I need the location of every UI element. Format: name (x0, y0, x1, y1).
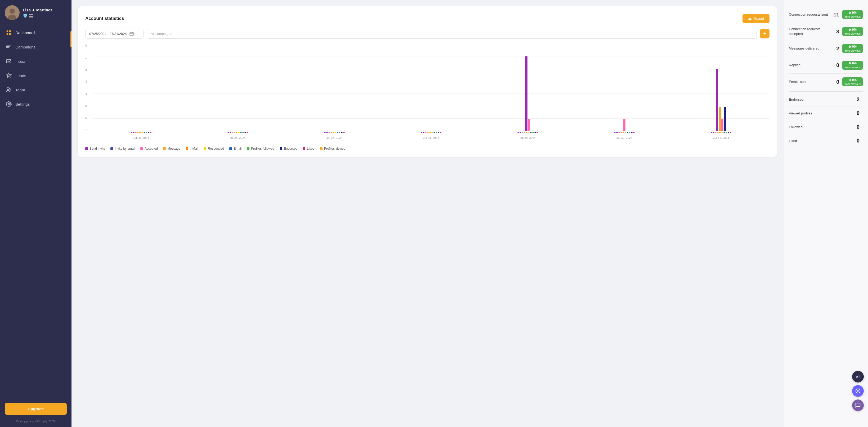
sidebar-item-settings[interactable]: Settings (0, 97, 71, 111)
sidebar-nav: Dashboard Campaigns Inbox Leads Team Set… (0, 25, 71, 111)
statistics-card: Account statistics Export 07/25/2024 - 0… (78, 6, 777, 157)
upgrade-button[interactable]: Upgrade (5, 403, 67, 415)
translate-fab[interactable]: AZ (852, 371, 864, 383)
filters-row: 07/25/2024 - 07/31/2024 All campaigns + (85, 29, 770, 39)
svg-point-14 (8, 103, 9, 105)
svg-rect-3 (29, 14, 31, 16)
support-fab[interactable] (852, 385, 864, 397)
translate-icon: AZ (855, 374, 861, 379)
chat-fab[interactable] (852, 399, 864, 411)
sidebar: Lisa J. Martinez Dashboard Campaigns Inb… (0, 0, 71, 427)
card-header: Account statistics Export (85, 14, 770, 23)
chart-bars (93, 44, 770, 131)
stat-value-viewed-profiles: 0 (853, 110, 860, 116)
stat-liked: Liked 0 (789, 134, 863, 148)
legend-liked: Liked (303, 147, 315, 150)
team-icon (6, 87, 12, 93)
sidebar-label-campaigns: Campaigns (16, 45, 35, 49)
profile-name: Lisa J. Martinez (23, 8, 53, 12)
y-axis-labels: 7 6 5 4 3 2 1 0 (85, 44, 92, 131)
chart-section: Account statistics Export 07/25/2024 - 0… (71, 0, 783, 427)
day-bar-jul26 (189, 44, 286, 131)
avatar (5, 5, 20, 20)
legend-profiles-followed: Profiles followed (247, 147, 274, 150)
date-range-value: 07/25/2024 - 07/31/2024 (89, 32, 127, 36)
legend-invite-by-email: Invite by email (111, 147, 135, 150)
x-axis-labels: Jul 25, 2024 Jul 26, 2024 Jul 27, 2024 J… (93, 136, 770, 139)
sidebar-label-dashboard: Dashboard (16, 30, 35, 35)
stat-label-emails-sent: Emails sent (789, 80, 830, 84)
stat-value-emails-sent: 0 (833, 79, 839, 85)
legend-endorsed: Endorsed (280, 147, 298, 150)
day-bar-jul28 (383, 44, 479, 131)
sidebar-item-team[interactable]: Team (0, 83, 71, 97)
campaigns-icon (6, 44, 12, 50)
calendar-icon (129, 32, 134, 36)
stat-value-endorsed: 2 (853, 96, 860, 102)
sidebar-item-campaigns[interactable]: Campaigns (0, 40, 71, 54)
svg-rect-9 (7, 33, 8, 35)
svg-rect-10 (9, 33, 11, 35)
legend-message: Message (163, 147, 180, 150)
stat-label-messages-delivered: Messages delivered (789, 46, 830, 51)
sidebar-item-dashboard[interactable]: Dashboard (0, 25, 71, 40)
stats-sidebar: Connection requests sent 11 ⊕ 0% from pr… (783, 0, 868, 427)
stat-badge-connection-accepted: ⊕ 0% from previous (842, 27, 863, 36)
legend-responded: Responded (204, 147, 224, 150)
sidebar-label-leads: Leads (16, 73, 26, 78)
stat-connection-requests-accepted: Connection requests accepted 3 ⊕ 0% from… (789, 23, 863, 40)
chat-icon (855, 402, 861, 408)
sidebar-label-team: Team (16, 88, 25, 92)
stat-connection-requests-sent: Connection requests sent 11 ⊕ 0% from pr… (789, 6, 863, 23)
export-icon (748, 17, 752, 21)
stat-label-followed: Followed (789, 125, 850, 129)
stat-label-replied: Replied (789, 63, 830, 67)
stat-value-connection-accepted: 3 (833, 29, 839, 35)
legend-inmail: InMail (186, 147, 198, 150)
card-title: Account statistics (85, 16, 124, 21)
svg-rect-5 (29, 16, 31, 18)
stat-followed: Followed 0 (789, 120, 863, 134)
stat-emails-sent: Emails sent 0 ⊕ 0% from previous (789, 74, 863, 90)
stat-value-replied: 0 (833, 62, 839, 68)
stat-value-messages-delivered: 2 (833, 45, 839, 52)
sidebar-item-leads[interactable]: Leads (0, 68, 71, 83)
fab-container: AZ (852, 371, 864, 411)
campaign-filter[interactable]: All campaigns (147, 29, 757, 39)
sidebar-label-inbox: Inbox (16, 59, 25, 64)
svg-rect-7 (7, 30, 8, 32)
day-bar-jul25 (93, 44, 189, 131)
stat-badge-replied: ⊕ 0% from previous (842, 61, 863, 70)
dashboard-icon (6, 30, 12, 35)
support-icon (855, 388, 861, 394)
stat-value-liked: 0 (853, 138, 860, 144)
stat-label-endorsed: Endorsed (789, 97, 850, 102)
day-bar-jul30 (576, 44, 673, 131)
inbox-icon (6, 58, 12, 64)
svg-point-19 (857, 390, 859, 392)
stat-label-viewed-profiles: Viewed profiles (789, 111, 850, 116)
date-range-picker[interactable]: 07/25/2024 - 07/31/2024 (85, 29, 144, 39)
stat-value-connection-sent: 11 (833, 12, 839, 18)
export-button[interactable]: Export (743, 14, 770, 23)
legend-accepted: Accepted (140, 147, 158, 150)
sidebar-item-inbox[interactable]: Inbox (0, 54, 71, 68)
shield-icon (23, 13, 28, 18)
stats-divider (789, 91, 863, 92)
add-campaign-button[interactable]: + (760, 29, 770, 38)
svg-rect-6 (31, 16, 33, 18)
svg-point-12 (7, 88, 9, 90)
chart-area (93, 44, 770, 131)
svg-point-13 (9, 88, 11, 90)
sidebar-footer: Privacy policy • © Dripify, 2024 (0, 417, 71, 427)
svg-rect-8 (9, 30, 11, 32)
svg-rect-15 (748, 19, 751, 20)
day-bar-jul29 (479, 44, 576, 131)
profile-section: Lisa J. Martinez (0, 0, 71, 25)
day-bar-jul31 (673, 44, 770, 131)
svg-point-1 (9, 8, 15, 14)
svg-text:AZ: AZ (856, 375, 861, 379)
chart-container: 7 6 5 4 3 2 1 0 (85, 44, 770, 139)
stat-value-followed: 0 (853, 124, 860, 130)
stat-badge-messages-delivered: ⊕ 0% from previous (842, 44, 863, 53)
